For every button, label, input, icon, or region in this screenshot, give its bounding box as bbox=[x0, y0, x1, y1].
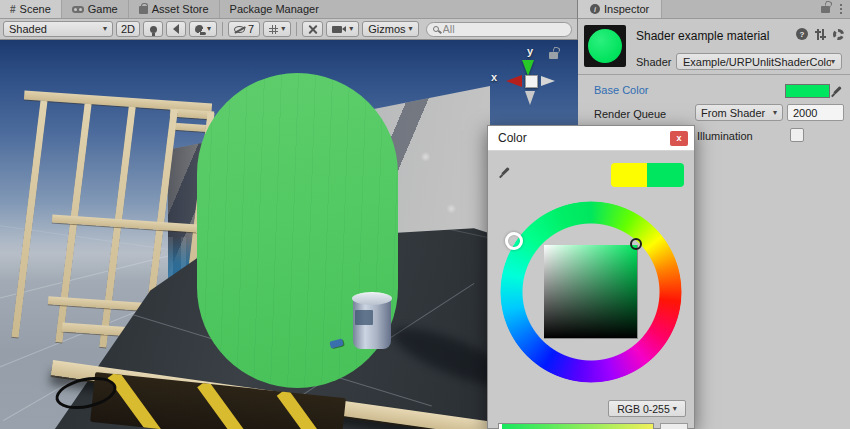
material-preview-sphere bbox=[588, 29, 622, 63]
red-channel-field[interactable] bbox=[660, 423, 688, 429]
tab-game-label: Game bbox=[88, 3, 118, 15]
grid-icon bbox=[269, 25, 278, 34]
base-color-swatch[interactable] bbox=[785, 84, 830, 98]
audio-toggle-button[interactable] bbox=[166, 21, 186, 37]
frame-stud bbox=[12, 100, 48, 337]
gear-icon[interactable] bbox=[833, 29, 844, 40]
2d-toggle-label: 2D bbox=[121, 23, 135, 35]
scene-tabbar: # Scene Game Asset Store Package Manager bbox=[0, 0, 577, 19]
paint-bucket bbox=[352, 292, 392, 350]
shader-dropdown[interactable]: Example/URPUnlitShaderColor ▾ bbox=[676, 53, 842, 70]
bag-icon bbox=[139, 6, 148, 14]
component-tools-button[interactable] bbox=[302, 21, 323, 37]
lighting-toggle-button[interactable] bbox=[143, 21, 163, 37]
lightbulb-icon bbox=[150, 26, 157, 33]
chevron-down-icon: ▾ bbox=[207, 25, 211, 33]
shader-label: Shader bbox=[636, 56, 671, 68]
effects-icon bbox=[195, 25, 204, 34]
material-header-icons: ? bbox=[796, 28, 844, 40]
color-mode-label: RGB 0-255 bbox=[617, 403, 670, 415]
yellow-strap bbox=[197, 380, 255, 429]
material-header: Shader example material ? Shader Example… bbox=[578, 19, 850, 75]
color-compare-swatches bbox=[611, 163, 684, 187]
render-queue-value: 2000 bbox=[793, 107, 817, 119]
current-color-swatch[interactable] bbox=[647, 163, 684, 187]
render-queue-value-field[interactable]: 2000 bbox=[787, 104, 844, 121]
kebab-menu-icon[interactable] bbox=[840, 4, 842, 6]
hidden-eye-icon bbox=[234, 26, 245, 33]
tab-package-manager[interactable]: Package Manager bbox=[220, 0, 329, 18]
info-icon: i bbox=[590, 4, 600, 14]
x-axis-cone[interactable] bbox=[500, 75, 522, 87]
tab-game[interactable]: Game bbox=[62, 0, 129, 18]
bucket-lid bbox=[352, 292, 392, 305]
color-picker-window: Color x RGB 0-255 ▾ bbox=[487, 125, 695, 429]
scene-lock-icon[interactable] bbox=[549, 52, 558, 59]
tab-scene-label: Scene bbox=[20, 3, 51, 15]
search-input[interactable] bbox=[443, 23, 565, 35]
gizmo-center-cube[interactable] bbox=[525, 75, 538, 88]
shading-mode-dropdown[interactable]: Shaded ▾ bbox=[3, 21, 113, 37]
scene-toolbar: Shaded ▾ 2D ▾ 7 ▾ bbox=[0, 19, 577, 40]
unity-editor-window: # Scene Game Asset Store Package Manager… bbox=[0, 0, 850, 429]
gamepad-icon bbox=[72, 6, 84, 13]
2d-toggle-button[interactable]: 2D bbox=[116, 21, 140, 37]
gizmos-dropdown[interactable]: Gizmos ▾ bbox=[362, 21, 418, 37]
gizmos-label: Gizmos bbox=[368, 23, 405, 35]
tab-scene[interactable]: # Scene bbox=[0, 0, 62, 18]
axis-x-label: x bbox=[491, 71, 497, 83]
color-window-title: Color bbox=[498, 131, 527, 145]
hue-wheel-handle[interactable] bbox=[505, 232, 523, 250]
illumination-checkbox[interactable] bbox=[790, 128, 804, 142]
toolbar-separator bbox=[222, 22, 223, 36]
camera-icon bbox=[332, 26, 342, 33]
crossed-tools-icon bbox=[307, 24, 318, 35]
tab-asset-store[interactable]: Asset Store bbox=[129, 0, 220, 18]
camera-settings-dropdown[interactable]: ▾ bbox=[326, 21, 359, 37]
color-window-titlebar[interactable]: Color x bbox=[488, 126, 694, 151]
illumination-label: Illumination bbox=[697, 130, 753, 142]
chevron-down-icon: ▾ bbox=[409, 25, 413, 33]
presets-icon[interactable] bbox=[815, 29, 826, 40]
saturation-value-handle[interactable] bbox=[630, 238, 642, 250]
inspector-tab-actions bbox=[821, 4, 850, 14]
material-name: Shader example material bbox=[636, 29, 769, 43]
scene-visibility-button[interactable]: 7 bbox=[228, 21, 260, 37]
inspector-lock-icon[interactable] bbox=[821, 6, 830, 13]
chevron-down-icon: ▾ bbox=[281, 25, 285, 33]
chevron-down-icon: ▾ bbox=[103, 25, 107, 33]
render-queue-label: Render Queue bbox=[594, 108, 666, 120]
visibility-count: 7 bbox=[248, 23, 254, 35]
saturation-value-square[interactable] bbox=[544, 245, 638, 339]
search-icon bbox=[433, 26, 439, 32]
toolbar-separator bbox=[296, 22, 297, 36]
speaker-icon bbox=[173, 24, 179, 34]
close-button[interactable]: x bbox=[670, 131, 688, 146]
tab-inspector-label: Inspector bbox=[604, 3, 649, 15]
eyedropper-icon[interactable] bbox=[493, 161, 516, 184]
grid-visibility-dropdown[interactable]: ▾ bbox=[263, 21, 291, 37]
material-preview[interactable] bbox=[584, 25, 626, 67]
base-color-label: Base Color bbox=[594, 84, 648, 96]
shader-value: Example/URPUnlitShaderColor bbox=[683, 56, 831, 68]
color-mode-dropdown[interactable]: RGB 0-255 ▾ bbox=[608, 400, 686, 417]
tab-asset-store-label: Asset Store bbox=[152, 3, 209, 15]
down-axis-cone[interactable] bbox=[525, 91, 535, 110]
chevron-down-icon: ▾ bbox=[773, 109, 777, 117]
shading-mode-label: Shaded bbox=[9, 23, 47, 35]
effects-dropdown-button[interactable]: ▾ bbox=[189, 21, 217, 37]
original-color-swatch[interactable] bbox=[611, 163, 647, 187]
tab-inspector[interactable]: i Inspector bbox=[578, 0, 662, 18]
scene-search-field[interactable] bbox=[426, 22, 572, 37]
render-queue-dropdown[interactable]: From Shader ▾ bbox=[695, 104, 783, 121]
render-queue-mode: From Shader bbox=[701, 107, 765, 119]
help-icon[interactable]: ? bbox=[796, 28, 808, 40]
yellow-strap bbox=[108, 372, 166, 429]
orientation-gizmo[interactable]: y x bbox=[485, 45, 557, 117]
chevron-down-icon: ▾ bbox=[349, 25, 353, 33]
z-axis-cone[interactable] bbox=[541, 76, 560, 86]
chevron-down-icon: ▾ bbox=[831, 58, 835, 66]
tab-package-manager-label: Package Manager bbox=[230, 3, 319, 15]
red-channel-slider[interactable] bbox=[498, 423, 654, 429]
bucket-label bbox=[355, 310, 373, 325]
